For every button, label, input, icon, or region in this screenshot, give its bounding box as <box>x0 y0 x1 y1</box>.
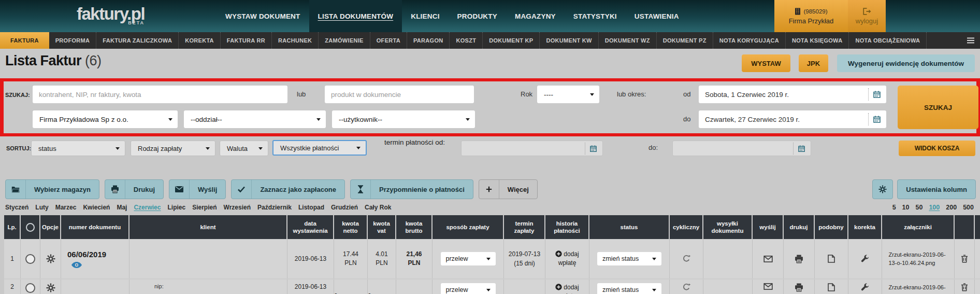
tab-zamowienie[interactable]: ZAMÓWIENIE <box>319 32 370 49</box>
month-maj[interactable]: Maj <box>117 204 127 211</box>
tab-dokument-pz[interactable]: DOKUMENT PZ <box>657 32 713 49</box>
nav-ustawienia[interactable]: USTAWIENIA <box>626 0 688 32</box>
account-company-button[interactable]: (985029) Firma Przykład <box>774 0 848 32</box>
trash-icon[interactable] <box>961 255 968 263</box>
tab-nota-korygujaca[interactable]: NOTA KORYGUJĄCA <box>713 32 786 49</box>
month-listopad[interactable]: Listopad <box>298 204 324 211</box>
nav-wystaw-dokument[interactable]: WYSTAW DOKUMENT <box>217 0 309 32</box>
termin-do-calendar-button[interactable] <box>793 143 806 155</box>
row-radio-button[interactable] <box>25 254 35 264</box>
widok-kosza-button[interactable]: WIDOK KOSZA <box>899 141 975 156</box>
month-caly-rok[interactable]: Cały Rok <box>365 204 391 211</box>
termin-od-input[interactable] <box>461 141 603 156</box>
sort-status-select[interactable]: status <box>31 141 125 156</box>
tab-korekta[interactable]: KOREKTA <box>179 32 221 49</box>
termin-do-input[interactable] <box>672 141 811 156</box>
refresh-icon[interactable] <box>682 283 690 291</box>
trash-icon[interactable] <box>961 283 968 291</box>
month-marzec[interactable]: Marzec <box>55 204 77 211</box>
page-size-50[interactable]: 50 <box>916 204 923 211</box>
platnosci-select[interactable]: Wszystkie płatności <box>272 140 367 156</box>
tab-proforma[interactable]: PROFORMA <box>49 32 97 49</box>
nav-lista-dokumentow[interactable]: LISTA DOKUMENTÓW <box>309 0 402 32</box>
tab-rachunek[interactable]: RACHUNEK <box>272 32 319 49</box>
gear-icon[interactable] <box>46 283 55 292</box>
przypomnienie-button[interactable]: Przypomnienie o płatności <box>350 179 473 199</box>
firma-select[interactable]: Firma Przykładowa Sp z o.o. <box>33 110 178 128</box>
month-czerwiec[interactable]: Czerwiec <box>134 204 161 211</box>
jpk-button[interactable]: JPK <box>799 54 828 72</box>
month-kwiecien[interactable]: Kwiecień <box>83 204 110 211</box>
month-sierpien[interactable]: Sierpień <box>192 204 217 211</box>
rok-select[interactable]: ---- <box>537 86 599 103</box>
copy-document-icon[interactable] <box>828 255 835 263</box>
date-to-input[interactable]: Czwartek, 27 Czerwiec 2019 r. <box>699 110 886 128</box>
month-styczen[interactable]: Styczeń <box>5 204 28 211</box>
page-size-500[interactable]: 500 <box>963 204 974 211</box>
wygeneruj-ewidencje-button[interactable]: Wygeneruj ewidencję dokumentów <box>837 54 975 72</box>
logout-button[interactable]: wyloguj <box>848 0 886 32</box>
tabs-overflow-menu-button[interactable] <box>967 32 975 49</box>
month-wrzesien[interactable]: Wrzesień <box>224 204 251 211</box>
zmien-status-select[interactable]: zmień status <box>597 283 661 294</box>
szukaj-button[interactable]: SZUKAJ <box>898 86 978 129</box>
search-input-product[interactable] <box>325 86 474 103</box>
month-grudzien[interactable]: Grudzień <box>331 204 358 211</box>
header-select-all[interactable] <box>21 215 40 239</box>
tab-dokument-wz[interactable]: DOKUMENT WZ <box>599 32 657 49</box>
page-size-10[interactable]: 10 <box>902 204 910 211</box>
month-luty[interactable]: Luty <box>35 204 48 211</box>
tab-paragon[interactable]: PARAGON <box>407 32 450 49</box>
tab-faktura[interactable]: FAKTURA <box>0 32 49 49</box>
copy-document-icon[interactable] <box>828 283 835 291</box>
month-lipiec[interactable]: Lipiec <box>167 204 185 211</box>
nav-magazyny[interactable]: MAGAZYNY <box>506 0 565 32</box>
page-size-5[interactable]: 5 <box>892 204 896 211</box>
termin-od-calendar-button[interactable] <box>585 143 598 155</box>
tab-dokument-kp[interactable]: DOKUMENT KP <box>483 32 540 49</box>
sposob-zaplaty-select[interactable]: przelew <box>441 283 496 294</box>
printer-icon[interactable] <box>795 255 803 263</box>
rodzaj-zaplaty-select[interactable]: Rodzaj zapłaty <box>131 141 215 156</box>
dodaj-wplate-link[interactable]: dodaj wpłatę <box>549 283 585 294</box>
nav-statystyki[interactable]: STATYSTYKI <box>565 0 626 32</box>
zaznacz-jako-zaplacone-button[interactable]: Zaznacz jako zapłacone <box>231 179 345 199</box>
refresh-icon[interactable] <box>682 255 690 263</box>
tab-faktura-rr[interactable]: FAKTURA RR <box>221 32 272 49</box>
document-number-link[interactable]: 06/06/2019 <box>67 250 106 259</box>
nav-produkty[interactable]: PRODUKTY <box>449 0 506 32</box>
wiecej-button[interactable]: Więcej <box>479 179 538 199</box>
month-pazdziernik[interactable]: Październik <box>257 204 292 211</box>
tab-dokument-kw[interactable]: DOKUMENT KW <box>540 32 598 49</box>
date-from-calendar-button[interactable] <box>868 88 882 101</box>
sposob-zaplaty-select[interactable]: przelew <box>441 252 496 265</box>
page-size-200[interactable]: 200 <box>946 204 957 211</box>
search-input-contractor[interactable] <box>33 86 287 103</box>
date-to-calendar-button[interactable] <box>868 113 882 125</box>
tab-nota-obciazeniowa[interactable]: NOTA OBCIĄŻENIOWA <box>849 32 927 49</box>
zmien-status-select[interactable]: zmień status <box>597 252 661 265</box>
wrench-icon[interactable] <box>861 255 869 263</box>
tab-koszt[interactable]: KOSZT <box>450 32 483 49</box>
eye-icon[interactable] <box>71 262 82 268</box>
column-settings-gear-button[interactable] <box>872 179 893 199</box>
tab-nota-ksiegowa[interactable]: NOTA KSIĘGOWA <box>786 32 849 49</box>
app-logo[interactable]: faktury.pl BETA <box>77 4 145 25</box>
waluta-select[interactable]: Waluta <box>220 141 268 156</box>
envelope-icon[interactable] <box>763 256 773 262</box>
gear-icon[interactable] <box>46 254 55 263</box>
tab-faktura-zaliczkowa[interactable]: FAKTURA ZALICZKOWA <box>96 32 179 49</box>
tab-oferta[interactable]: OFERTA <box>370 32 407 49</box>
dodaj-wplate-link[interactable]: dodaj wpłatę <box>549 250 585 268</box>
envelope-icon[interactable] <box>763 283 773 290</box>
oddzial-select[interactable]: --oddział-- <box>184 110 326 128</box>
attachment-link[interactable]: Zrzut-ekranu-2019-06-13-o-10.46.24.png <box>889 283 948 294</box>
row-radio-button[interactable] <box>25 283 35 293</box>
date-from-input[interactable]: Sobota, 1 Czerwiec 2019 r. <box>699 86 886 103</box>
nav-klienci[interactable]: KLIENCI <box>402 0 448 32</box>
attachment-link[interactable]: Zrzut-ekranu-2019-06-13-o-10.46.24.png <box>889 250 948 268</box>
drukuj-button[interactable]: Drukuj <box>105 179 164 199</box>
wyslij-button[interactable]: Wyślij <box>169 179 226 199</box>
printer-icon[interactable] <box>795 283 803 292</box>
wystaw-button[interactable]: WYSTAW <box>742 54 790 72</box>
